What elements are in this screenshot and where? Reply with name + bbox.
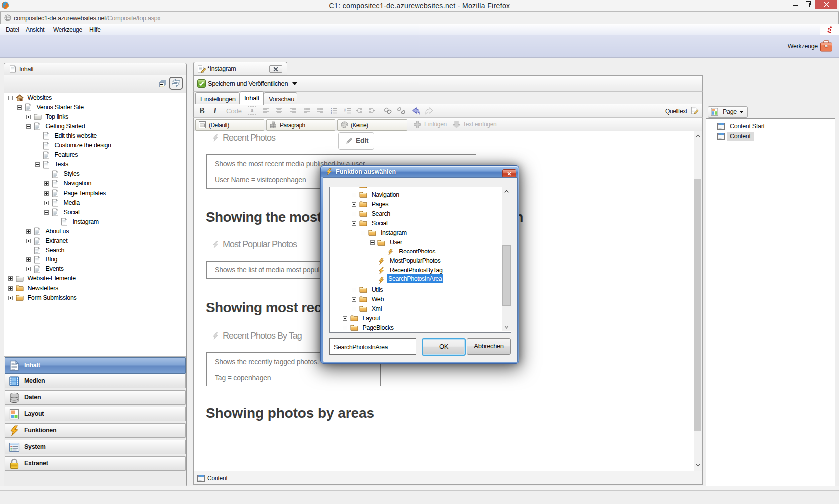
svg-text:2: 2 xyxy=(344,110,346,113)
